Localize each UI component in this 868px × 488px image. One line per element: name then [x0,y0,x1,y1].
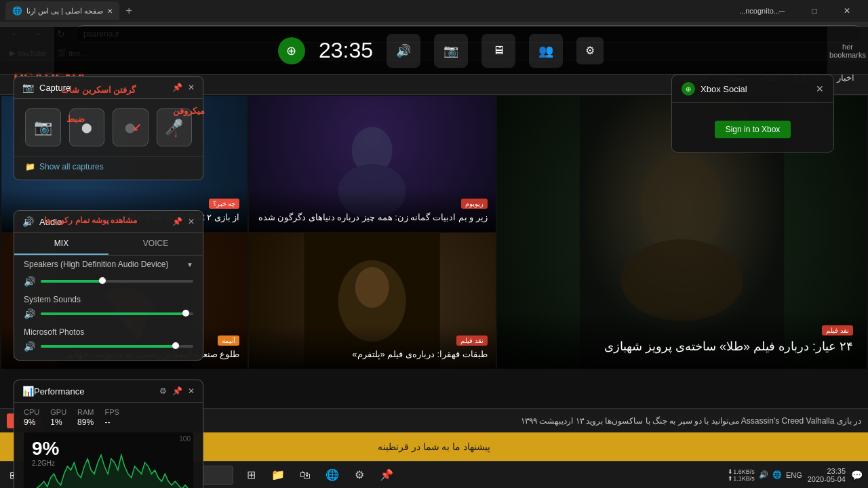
screenshot-button[interactable]: 📷 [25,108,61,146]
show-all-icon: 📁 [25,162,35,171]
photos-section: Microsoft Photos [14,322,203,338]
file-explorer-button[interactable]: 📁 [266,463,290,487]
xbox-widget-screen[interactable]: 🖥 [481,34,515,68]
system-vol-icon: 🔊 [24,308,35,319]
cpu-big-value: 9% [32,438,59,460]
record-stop-button[interactable]: ⬤ [113,108,149,146]
perf-settings-icon[interactable]: ⚙ [159,386,167,396]
store-button[interactable]: 🛍 [293,463,317,487]
system-slider-thumb[interactable] [182,310,189,317]
xbox-signin-button[interactable]: Sign in to Xbox [715,121,791,138]
gpu-stat: GPU 1% [50,408,66,427]
system-sounds-section: System Sounds [14,289,203,306]
fps-value: -- [105,418,119,427]
show-all-captures-link[interactable]: 📁 Show all captures [14,156,203,180]
perf-close-icon[interactable]: ✕ [188,386,195,396]
card-tag-1: چه خبر؟ [209,199,240,209]
performance-panel: 📊 Performance ⚙ 📌 ✕ CPU 9% GPU 1% RAM 89… [14,380,203,488]
card-platform[interactable]: نقد فیلم طبقات قهقرا: درباره‌ی فیلم «پلت… [249,233,495,369]
xbox-widget-capture[interactable]: 📷 [434,34,468,68]
notification-center-button[interactable]: 💬 [851,470,863,481]
photos-vol-icon: 🔊 [24,341,35,352]
browser-title-bar: 🌐 صفحه اصلی | پی اس ارنا ✕ + ...ncognito… [0,0,868,22]
language-indicator[interactable]: ENG [786,471,802,479]
capture-panel-header: 📷 Capture 📌 ✕ [14,77,203,99]
audio-panel-header: 🔊 Audio 📌 ✕ [14,211,203,233]
chrome-button[interactable]: 🌐 [320,463,344,487]
wifi-icon[interactable]: 🌐 [772,470,782,479]
incognito-label: ...ncognito... [746,0,868,22]
ram-value: 89% [77,418,94,427]
speaker-vol-icon: 🔊 [24,276,35,287]
network-speed: ⬇1.6KB/s⬆1.1KB/s [728,468,755,482]
perf-panel-title: Performance [34,386,159,396]
xbox-settings-button[interactable]: ⚙ [576,37,604,64]
photos-volume-row: 🔊 [14,338,203,360]
record-button[interactable]: ⬤ [69,108,105,146]
speaker-dropdown[interactable]: Speakers (High Definition Audio Device) … [14,256,203,273]
xbox-widget-social[interactable]: 👥 [529,34,563,68]
cpu-value: 9% [24,418,39,427]
capture-icon: 📷 [22,82,34,93]
perf-graph: 9% 2.2GHz 100 0 [24,432,193,488]
tab-mix[interactable]: MIX [14,233,108,255]
card-tag-5: نقد فیلم [456,336,488,346]
clock: 23:35 [808,467,846,475]
capture-pin-button[interactable]: 📌 [172,83,182,92]
cpu-stat: CPU 9% [24,408,39,427]
tab-voice[interactable]: VOICE [108,233,203,255]
xbox-social-panel: ⊕ Xbox Social ✕ Sign in to Xbox [671,75,834,152]
audio-panel: 🔊 Audio 📌 ✕ MIX VOICE Speakers (High Def… [14,210,203,361]
volume-icon[interactable]: 🔊 [759,470,768,479]
audio-close-button[interactable]: ✕ [188,217,195,226]
xbox-widget-audio[interactable]: 🔊 [387,34,420,68]
card-title-5: طبقات قهقرا: درباره‌ی فیلم «پلتفرم» [257,348,487,361]
media-button[interactable]: 📌 [374,463,399,487]
card-review[interactable]: ریویوم زیر و بم ادبیات گمانه زن: همه چیز… [249,96,495,232]
system-volume-row: 🔊 [14,306,203,322]
capture-buttons: 📷 ⬤ ⬤ 🎤 [14,99,203,156]
xbox-social-logo: ⊕ [682,82,695,96]
photos-slider[interactable] [41,345,193,348]
system-slider[interactable] [41,312,193,315]
task-view-button[interactable]: ⊞ [239,463,263,487]
speaker-slider[interactable] [41,280,193,283]
ram-label: RAM [77,408,94,416]
perf-icons: ⚙ 📌 ✕ [159,386,195,396]
xbox-social-close-button[interactable]: ✕ [816,83,824,94]
speaker-label: Speakers (High Definition Audio Device) [24,260,181,269]
settings-button[interactable]: ⚙ [347,463,372,487]
dropdown-arrow-icon: ▼ [186,261,193,268]
tab-title: صفحه اصلی | پی اس ارنا [26,7,103,16]
tab-close-button[interactable]: ✕ [107,7,113,15]
tab-favicon: 🌐 [12,6,22,16]
card-tag-4: آنیمه [218,336,239,346]
xbox-left-section [0,27,54,74]
xbox-logo: ⊕ [278,37,305,64]
date: 2020-05-04 [808,475,846,483]
audio-pin-button[interactable]: 📌 [172,217,182,226]
perf-pin-icon[interactable]: 📌 [172,386,182,396]
browser-tab[interactable]: 🌐 صفحه اصلی | پی اس ارنا ✕ [5,1,119,20]
xbox-social-body: Sign in to Xbox [672,103,833,152]
card-title-2: زیر و بم ادبیات گمانه زن: همه چیز درباره… [257,211,487,224]
xbox-right-section: her bookmarks [827,27,868,74]
ram-stat: RAM 89% [77,408,94,427]
system-slider-fill [41,312,186,315]
perf-panel-header: 📊 Performance ⚙ 📌 ✕ [14,380,203,403]
xbox-time: 23:35 [319,38,373,63]
microphone-button[interactable]: 🎤 [157,108,193,146]
taskbar-time: 23:35 2020-05-04 [808,467,846,483]
svg-point-10 [355,267,389,308]
speaker-slider-thumb[interactable] [99,277,106,284]
photos-slider-fill [41,345,175,348]
new-tab-button[interactable]: + [119,1,138,20]
photos-slider-thumb[interactable] [172,342,179,349]
cpu-freq: 2.2GHz [32,460,55,467]
card-tag-2: ریویوم [461,199,488,209]
card-tag-3: نقد فیلم [822,325,853,336]
capture-close-button[interactable]: ✕ [188,83,195,92]
taskbar-right-section: ⬇1.6KB/s⬆1.1KB/s 🔊 🌐 ENG 23:35 2020-05-0… [728,467,868,483]
cpu-label: CPU [24,408,39,416]
card-title-3: ۲۴ عیار: درباره فیلم «طلا» ساخته‌ی پرویز… [511,338,853,355]
